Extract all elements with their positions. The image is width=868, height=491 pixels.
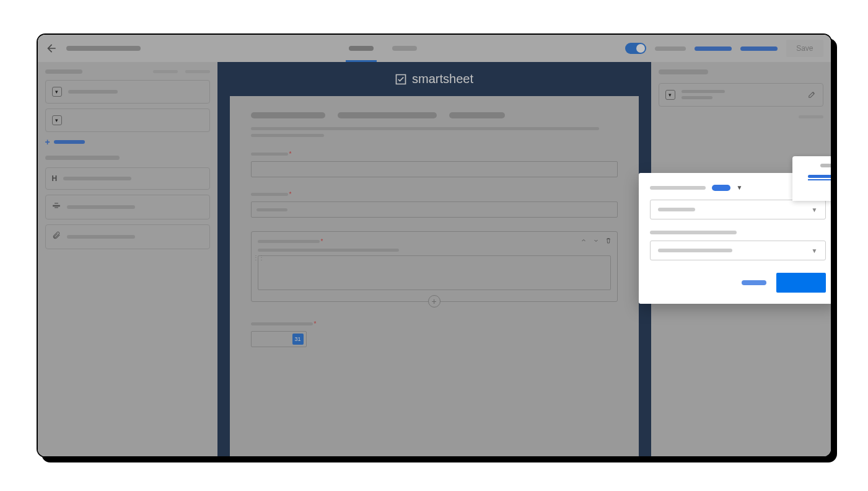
add-option-button[interactable]: +	[428, 295, 441, 307]
chevron-down-icon[interactable]: ▼	[737, 184, 743, 191]
popup-tab-active[interactable]	[808, 175, 831, 178]
back-arrow-icon[interactable]	[45, 42, 58, 55]
left-sidebar: ▾ ▾ + H	[38, 62, 217, 456]
popup-select-condition[interactable]: ▼	[650, 200, 826, 219]
popup-pill[interactable]	[712, 185, 730, 191]
header-link-1[interactable]	[655, 46, 686, 51]
sidebar-sub-2	[185, 70, 210, 73]
textarea-input[interactable]	[258, 255, 611, 290]
required-marker: *	[289, 151, 292, 157]
sidebar-item-2[interactable]: ▾	[45, 108, 210, 132]
sidebar-section-title	[45, 156, 120, 160]
toggle-switch[interactable]	[625, 43, 646, 54]
form-title	[251, 112, 618, 118]
right-card[interactable]: ▾	[659, 83, 823, 107]
heading-icon: H	[52, 174, 58, 183]
popup-cancel-button[interactable]	[742, 280, 766, 285]
save-button[interactable]: Save	[786, 40, 823, 57]
drag-handle-icon[interactable]: ⋮⋮	[253, 254, 264, 261]
text-input[interactable]	[251, 161, 618, 177]
popup-label-value	[650, 231, 737, 234]
chevron-down-icon: ▼	[812, 247, 818, 254]
popup-apply-button[interactable]	[776, 273, 826, 293]
dropdown-icon: ▾	[665, 90, 675, 100]
form-description-1	[251, 127, 599, 130]
add-field-link[interactable]: +	[45, 137, 210, 147]
sidebar-sub-1	[153, 70, 178, 73]
sidebar-element-divider[interactable]	[45, 195, 210, 219]
popup-tab-inactive[interactable]	[820, 164, 831, 167]
sidebar-title	[45, 69, 82, 74]
header-link-3[interactable]	[740, 46, 778, 51]
divider-icon	[52, 201, 61, 213]
text-input[interactable]	[251, 201, 618, 218]
header-tabs	[149, 46, 617, 51]
header: Save	[38, 35, 831, 62]
chevron-down-icon: ▼	[812, 206, 818, 213]
popup-select-value[interactable]: ▼	[650, 241, 826, 260]
form-field-2: *	[251, 191, 618, 218]
edit-icon[interactable]	[808, 90, 817, 101]
dropdown-icon: ▾	[52, 87, 62, 97]
right-title	[659, 69, 708, 74]
attachment-icon	[52, 231, 61, 242]
sidebar-element-heading[interactable]: H	[45, 167, 210, 190]
form-field-date: * 31	[251, 321, 618, 347]
header-link-2[interactable]	[695, 46, 732, 51]
tab-inactive[interactable]	[392, 46, 417, 51]
popup-label-when	[650, 186, 706, 190]
sidebar-element-attachment[interactable]	[45, 224, 210, 249]
sidebar-item-1[interactable]: ▾	[45, 80, 210, 104]
move-down-icon[interactable]	[592, 236, 600, 247]
dropdown-icon: ▾	[52, 115, 62, 125]
delete-icon[interactable]	[605, 236, 612, 247]
popup-tab	[792, 156, 831, 201]
form-field-selected[interactable]: * ⋮⋮ +	[251, 231, 618, 302]
form-field-1: *	[251, 151, 618, 177]
page-title	[66, 46, 141, 51]
date-input[interactable]: 31	[251, 331, 307, 347]
form-preview: smartsheet * * * ⋮⋮ +	[217, 62, 651, 456]
form-description-2	[251, 134, 324, 137]
move-up-icon[interactable]	[580, 236, 587, 247]
plus-icon: +	[45, 137, 50, 147]
right-sub-link[interactable]	[799, 115, 823, 118]
required-marker: *	[289, 191, 292, 198]
brand-logo: smartsheet	[395, 62, 473, 96]
tab-active[interactable]	[349, 46, 374, 51]
calendar-icon: 31	[292, 334, 304, 345]
